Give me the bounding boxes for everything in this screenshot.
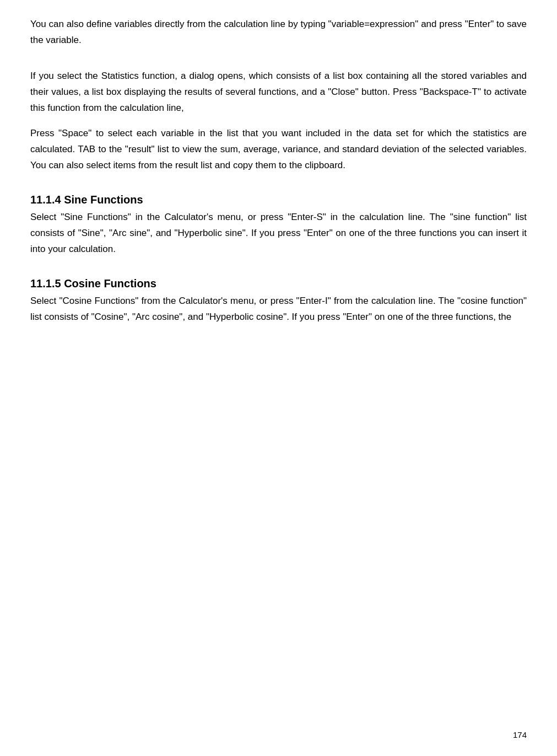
cosine-functions-heading: 11.1.5 Cosine Functions — [30, 277, 527, 290]
sine-text: Select "Sine Functions" in the Calculato… — [30, 212, 527, 254]
sine-functions-heading: 11.1.4 Sine Functions — [30, 194, 527, 206]
cosine-text: Select "Cosine Functions" from the Calcu… — [30, 296, 527, 322]
intro-text: You can also define variables directly f… — [30, 19, 527, 45]
statistics-paragraph-1: If you select the Statistics function, a… — [30, 68, 527, 116]
page-container: You can also define variables directly f… — [0, 0, 557, 756]
section-cosine: 11.1.5 Cosine Functions Select "Cosine F… — [30, 277, 527, 325]
page-number: 174 — [513, 730, 527, 739]
intro-paragraph: You can also define variables directly f… — [30, 17, 527, 49]
statistics-text-2: Press "Space" to select each variable in… — [30, 128, 527, 170]
section-sine: 11.1.4 Sine Functions Select "Sine Funct… — [30, 194, 527, 258]
cosine-functions-paragraph: Select "Cosine Functions" from the Calcu… — [30, 293, 527, 325]
statistics-paragraph-2: Press "Space" to select each variable in… — [30, 126, 527, 174]
sine-functions-paragraph: Select "Sine Functions" in the Calculato… — [30, 210, 527, 258]
statistics-text-1: If you select the Statistics function, a… — [30, 71, 527, 113]
